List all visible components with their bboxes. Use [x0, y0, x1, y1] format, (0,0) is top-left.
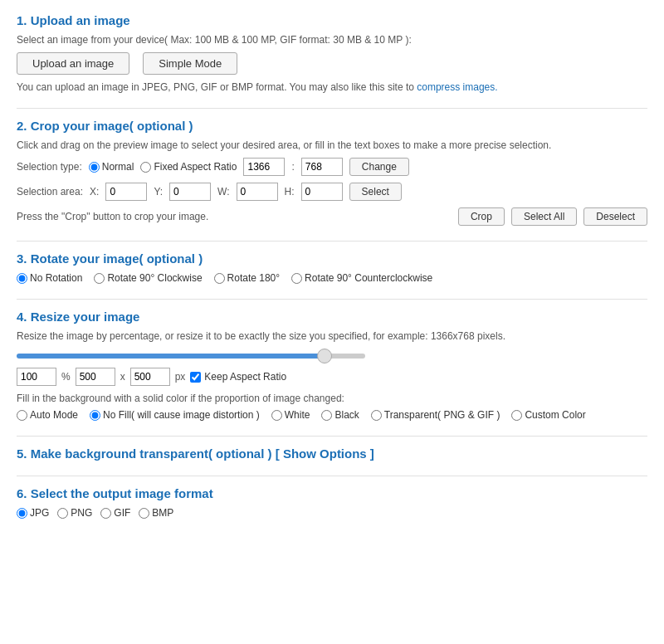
width-input[interactable] — [76, 368, 115, 386]
fill-options: Auto Mode No Fill( will cause image dist… — [17, 409, 647, 421]
jpg-format-text: JPG — [30, 507, 49, 519]
resize-slider[interactable] — [17, 354, 365, 359]
selection-area-label: Selection area: — [17, 186, 83, 198]
black-fill-text: Black — [334, 409, 359, 421]
compress-images-link[interactable]: compress images. — [417, 81, 497, 93]
ratio-colon: : — [291, 161, 294, 173]
divider-3 — [17, 299, 647, 300]
change-button[interactable]: Change — [349, 158, 409, 176]
divider-4 — [17, 436, 647, 437]
no-fill-text: No Fill( will cause image distortion ) — [103, 409, 260, 421]
background-title-text: 5. Make background transparent( optional… — [17, 446, 272, 461]
fill-note: Fill in the background with a solid colo… — [17, 393, 647, 404]
rotate-180-radio[interactable] — [214, 273, 225, 284]
rotate-90cw-radio[interactable] — [94, 273, 105, 284]
gif-format-label[interactable]: GIF — [100, 507, 130, 519]
black-fill-radio[interactable] — [321, 410, 332, 421]
resize-title: 4. Resize your image — [17, 310, 647, 324]
rotate-90ccw-radio[interactable] — [291, 273, 302, 284]
custom-color-radio[interactable] — [511, 410, 522, 421]
select-button[interactable]: Select — [349, 183, 402, 201]
h-input[interactable] — [301, 183, 343, 201]
custom-color-text: Custom Color — [525, 409, 585, 421]
crop-button[interactable]: Crop — [458, 207, 505, 226]
height-input[interactable] — [130, 368, 170, 386]
rotate-90ccw-text: Rotate 90° Counterclockwise — [305, 272, 432, 284]
rotate-180-text: Rotate 180° — [227, 272, 281, 284]
auto-mode-label[interactable]: Auto Mode — [17, 409, 78, 421]
upload-note: You can upload an image in JPEG, PNG, GI… — [17, 81, 647, 93]
selection-type-row: Selection type: Normal Fixed Aspect Rati… — [17, 158, 647, 176]
transparent-fill-text: Transparent( PNG & GIF ) — [384, 409, 500, 421]
transparent-fill-label[interactable]: Transparent( PNG & GIF ) — [371, 409, 500, 421]
selection-type-label: Selection type: — [17, 161, 82, 173]
jpg-format-label[interactable]: JPG — [17, 507, 49, 519]
jpg-format-radio[interactable] — [17, 508, 27, 519]
white-fill-radio[interactable] — [271, 410, 282, 421]
y-input[interactable] — [169, 183, 211, 201]
ratio-width-input[interactable] — [243, 158, 285, 176]
normal-radio-label[interactable]: Normal — [89, 161, 134, 173]
keep-aspect-checkbox[interactable] — [190, 372, 201, 383]
custom-color-label[interactable]: Custom Color — [511, 409, 585, 421]
selection-area-row: Selection area: X: Y: W: H: Select — [17, 183, 647, 201]
rotate-section: 3. Rotate your image( optional ) No Rota… — [17, 251, 647, 284]
x-input[interactable] — [105, 183, 147, 201]
fixed-ratio-radio[interactable] — [140, 162, 151, 173]
gif-format-text: GIF — [114, 507, 130, 519]
rotate-180-label[interactable]: Rotate 180° — [214, 272, 281, 284]
transparent-fill-radio[interactable] — [371, 410, 382, 421]
upload-section: 1. Upload an image Select an image from … — [17, 13, 647, 93]
output-title: 6. Select the output image format — [17, 486, 647, 500]
background-section: 5. Make background transparent( optional… — [17, 446, 647, 461]
no-rotation-label[interactable]: No Rotation — [17, 272, 82, 284]
resize-slider-container — [17, 349, 647, 361]
rotate-title: 3. Rotate your image( optional ) — [17, 251, 647, 266]
divider-2 — [17, 241, 647, 242]
deselect-button[interactable]: Deselect — [583, 207, 647, 226]
no-fill-radio[interactable] — [90, 410, 100, 421]
show-options-link[interactable]: [ Show Options ] — [276, 446, 374, 461]
format-options: JPG PNG GIF BMP — [17, 507, 647, 519]
normal-radio[interactable] — [89, 162, 100, 173]
keep-aspect-label[interactable]: Keep Aspect Ratio — [190, 371, 286, 383]
bmp-format-label[interactable]: BMP — [139, 507, 173, 519]
crop-section: 2. Crop your image( optional ) Click and… — [17, 119, 647, 226]
ratio-height-input[interactable] — [301, 158, 343, 176]
resize-section: 4. Resize your image Resize the image by… — [17, 310, 647, 421]
rotate-90cw-text: Rotate 90° Clockwise — [107, 272, 202, 284]
black-fill-label[interactable]: Black — [321, 409, 359, 421]
w-label: W: — [217, 186, 229, 198]
auto-mode-radio[interactable] — [17, 410, 27, 421]
percent-sign: % — [61, 371, 71, 383]
output-section: 6. Select the output image format JPG PN… — [17, 486, 647, 519]
rotate-options: No Rotation Rotate 90° Clockwise Rotate … — [17, 272, 647, 284]
no-rotation-radio[interactable] — [17, 273, 27, 284]
upload-image-button[interactable]: Upload an image — [17, 52, 129, 75]
times-sign: x — [120, 371, 125, 383]
upload-note-text: You can upload an image in JPEG, PNG, GI… — [17, 81, 417, 93]
keep-aspect-text: Keep Aspect Ratio — [204, 371, 286, 383]
rotate-90ccw-label[interactable]: Rotate 90° Counterclockwise — [291, 272, 432, 284]
y-label: Y: — [154, 186, 163, 198]
crop-title: 2. Crop your image( optional ) — [17, 119, 647, 133]
gif-format-radio[interactable] — [100, 508, 111, 519]
normal-label: Normal — [102, 161, 134, 173]
png-format-radio[interactable] — [57, 508, 68, 519]
resize-description: Resize the image by percentage, or resiz… — [17, 330, 647, 342]
crop-buttons-row: Press the "Crop" button to crop your ima… — [17, 207, 647, 226]
no-rotation-text: No Rotation — [30, 272, 82, 284]
rotate-90cw-label[interactable]: Rotate 90° Clockwise — [94, 272, 202, 284]
white-fill-label[interactable]: White — [271, 409, 310, 421]
simple-mode-button[interactable]: Simple Mode — [143, 52, 237, 75]
crop-description: Click and drag on the preview image to s… — [17, 139, 647, 151]
no-fill-label[interactable]: No Fill( will cause image distortion ) — [90, 409, 260, 421]
white-fill-text: White — [285, 409, 310, 421]
select-all-button[interactable]: Select All — [511, 207, 577, 226]
fixed-ratio-label: Fixed Aspect Ratio — [154, 161, 237, 173]
bmp-format-radio[interactable] — [139, 508, 149, 519]
w-input[interactable] — [237, 183, 278, 201]
fixed-ratio-radio-label[interactable]: Fixed Aspect Ratio — [140, 161, 237, 173]
percent-input[interactable] — [17, 368, 56, 386]
png-format-label[interactable]: PNG — [57, 507, 92, 519]
